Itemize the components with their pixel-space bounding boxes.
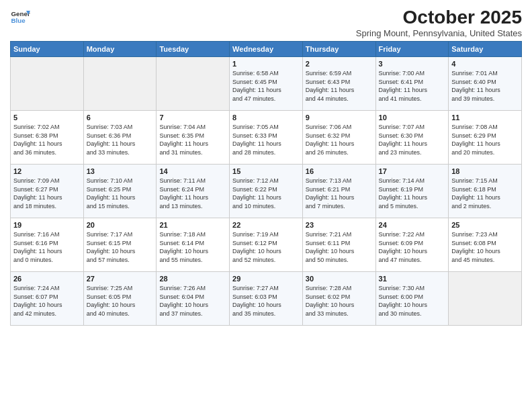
table-row	[83, 57, 157, 111]
day-number: 31	[379, 275, 446, 283]
table-row	[11, 57, 84, 111]
header-thursday: Thursday	[302, 42, 375, 57]
table-row: 20Sunrise: 7:17 AM Sunset: 6:15 PM Dayli…	[83, 218, 157, 272]
table-row: 17Sunrise: 7:14 AM Sunset: 6:19 PM Dayli…	[375, 165, 449, 218]
day-info: Sunrise: 7:25 AM Sunset: 6:05 PM Dayligh…	[87, 284, 154, 318]
table-row: 10Sunrise: 7:07 AM Sunset: 6:30 PM Dayli…	[375, 111, 449, 165]
day-info: Sunrise: 7:08 AM Sunset: 6:29 PM Dayligh…	[451, 123, 519, 156]
table-row: 23Sunrise: 7:21 AM Sunset: 6:11 PM Dayli…	[302, 218, 375, 272]
table-row: 6Sunrise: 7:03 AM Sunset: 6:36 PM Daylig…	[83, 111, 157, 165]
day-info: Sunrise: 7:03 AM Sunset: 6:36 PM Dayligh…	[87, 123, 154, 156]
table-row: 9Sunrise: 7:06 AM Sunset: 6:32 PM Daylig…	[302, 111, 375, 165]
day-info: Sunrise: 7:24 AM Sunset: 6:07 PM Dayligh…	[13, 284, 81, 318]
table-row	[449, 272, 522, 326]
day-info: Sunrise: 7:28 AM Sunset: 6:02 PM Dayligh…	[306, 284, 373, 318]
day-info: Sunrise: 7:17 AM Sunset: 6:15 PM Dayligh…	[87, 230, 154, 264]
table-row: 24Sunrise: 7:22 AM Sunset: 6:09 PM Dayli…	[375, 218, 449, 272]
day-info: Sunrise: 7:27 AM Sunset: 6:03 PM Dayligh…	[232, 284, 300, 318]
calendar-week-row: 19Sunrise: 7:16 AM Sunset: 6:16 PM Dayli…	[11, 218, 522, 272]
day-info: Sunrise: 7:04 AM Sunset: 6:35 PM Dayligh…	[159, 123, 226, 156]
day-info: Sunrise: 6:58 AM Sunset: 6:45 PM Dayligh…	[232, 69, 300, 103]
table-row: 31Sunrise: 7:30 AM Sunset: 6:00 PM Dayli…	[375, 272, 449, 326]
day-number: 29	[232, 275, 300, 283]
location-subtitle: Spring Mount, Pennsylvania, United State…	[356, 28, 522, 38]
calendar-header-row: Sunday Monday Tuesday Wednesday Thursday…	[11, 42, 522, 57]
day-number: 9	[306, 113, 373, 122]
table-row: 14Sunrise: 7:11 AM Sunset: 6:24 PM Dayli…	[157, 165, 230, 218]
day-info: Sunrise: 7:19 AM Sunset: 6:12 PM Dayligh…	[232, 230, 300, 264]
day-info: Sunrise: 7:21 AM Sunset: 6:11 PM Dayligh…	[306, 230, 373, 264]
day-info: Sunrise: 7:06 AM Sunset: 6:32 PM Dayligh…	[306, 123, 373, 156]
day-number: 11	[451, 113, 519, 122]
header: General Blue October 2025 Spring Mount, …	[10, 7, 522, 38]
day-info: Sunrise: 7:09 AM Sunset: 6:27 PM Dayligh…	[13, 177, 81, 210]
table-row: 2Sunrise: 6:59 AM Sunset: 6:43 PM Daylig…	[302, 57, 375, 111]
day-info: Sunrise: 7:13 AM Sunset: 6:21 PM Dayligh…	[306, 177, 373, 210]
day-info: Sunrise: 7:15 AM Sunset: 6:18 PM Dayligh…	[451, 177, 519, 210]
day-number: 19	[13, 221, 81, 229]
day-number: 8	[232, 113, 300, 122]
table-row: 4Sunrise: 7:01 AM Sunset: 6:40 PM Daylig…	[449, 57, 522, 111]
day-number: 30	[306, 275, 373, 283]
day-info: Sunrise: 7:18 AM Sunset: 6:14 PM Dayligh…	[159, 230, 226, 264]
table-row: 12Sunrise: 7:09 AM Sunset: 6:27 PM Dayli…	[11, 165, 84, 218]
day-info: Sunrise: 7:16 AM Sunset: 6:16 PM Dayligh…	[13, 230, 81, 264]
day-number: 13	[87, 167, 154, 175]
table-row: 29Sunrise: 7:27 AM Sunset: 6:03 PM Dayli…	[230, 272, 303, 326]
table-row: 27Sunrise: 7:25 AM Sunset: 6:05 PM Dayli…	[83, 272, 157, 326]
svg-text:Blue: Blue	[11, 17, 26, 24]
table-row: 3Sunrise: 7:00 AM Sunset: 6:41 PM Daylig…	[375, 57, 449, 111]
day-info: Sunrise: 7:05 AM Sunset: 6:33 PM Dayligh…	[232, 123, 300, 156]
day-info: Sunrise: 7:22 AM Sunset: 6:09 PM Dayligh…	[379, 230, 446, 264]
table-row: 13Sunrise: 7:10 AM Sunset: 6:25 PM Dayli…	[83, 165, 157, 218]
day-info: Sunrise: 7:30 AM Sunset: 6:00 PM Dayligh…	[379, 284, 446, 318]
day-info: Sunrise: 7:02 AM Sunset: 6:38 PM Dayligh…	[13, 123, 81, 156]
table-row: 11Sunrise: 7:08 AM Sunset: 6:29 PM Dayli…	[449, 111, 522, 165]
day-number: 24	[379, 221, 446, 229]
table-row	[157, 57, 230, 111]
table-row: 7Sunrise: 7:04 AM Sunset: 6:35 PM Daylig…	[157, 111, 230, 165]
table-row: 8Sunrise: 7:05 AM Sunset: 6:33 PM Daylig…	[230, 111, 303, 165]
table-row: 18Sunrise: 7:15 AM Sunset: 6:18 PM Dayli…	[449, 165, 522, 218]
table-row: 21Sunrise: 7:18 AM Sunset: 6:14 PM Dayli…	[157, 218, 230, 272]
table-row: 22Sunrise: 7:19 AM Sunset: 6:12 PM Dayli…	[230, 218, 303, 272]
day-number: 21	[159, 221, 226, 229]
calendar-body: 1Sunrise: 6:58 AM Sunset: 6:45 PM Daylig…	[11, 57, 522, 326]
table-row: 25Sunrise: 7:23 AM Sunset: 6:08 PM Dayli…	[449, 218, 522, 272]
day-number: 26	[13, 275, 81, 283]
day-number: 17	[379, 167, 446, 175]
header-monday: Monday	[83, 42, 157, 57]
month-title: October 2025	[356, 7, 522, 28]
header-sunday: Sunday	[11, 42, 84, 57]
table-row: 30Sunrise: 7:28 AM Sunset: 6:02 PM Dayli…	[302, 272, 375, 326]
day-info: Sunrise: 7:01 AM Sunset: 6:40 PM Dayligh…	[451, 69, 519, 103]
day-info: Sunrise: 7:10 AM Sunset: 6:25 PM Dayligh…	[87, 177, 154, 210]
table-row: 16Sunrise: 7:13 AM Sunset: 6:21 PM Dayli…	[302, 165, 375, 218]
calendar-week-row: 1Sunrise: 6:58 AM Sunset: 6:45 PM Daylig…	[11, 57, 522, 111]
day-number: 5	[13, 113, 81, 122]
day-number: 18	[451, 167, 519, 175]
title-section: October 2025 Spring Mount, Pennsylvania,…	[356, 7, 522, 38]
table-row: 1Sunrise: 6:58 AM Sunset: 6:45 PM Daylig…	[230, 57, 303, 111]
day-number: 7	[159, 113, 226, 122]
calendar-week-row: 26Sunrise: 7:24 AM Sunset: 6:07 PM Dayli…	[11, 272, 522, 326]
day-info: Sunrise: 6:59 AM Sunset: 6:43 PM Dayligh…	[306, 69, 373, 103]
day-info: Sunrise: 7:11 AM Sunset: 6:24 PM Dayligh…	[159, 177, 226, 210]
day-number: 4	[451, 60, 519, 68]
day-number: 2	[306, 60, 373, 68]
calendar-week-row: 5Sunrise: 7:02 AM Sunset: 6:38 PM Daylig…	[11, 111, 522, 165]
day-number: 28	[159, 275, 226, 283]
header-wednesday: Wednesday	[230, 42, 303, 57]
day-number: 25	[451, 221, 519, 229]
logo-icon: General Blue	[10, 7, 30, 27]
day-info: Sunrise: 7:12 AM Sunset: 6:22 PM Dayligh…	[232, 177, 300, 210]
day-number: 3	[379, 60, 446, 68]
table-row: 26Sunrise: 7:24 AM Sunset: 6:07 PM Dayli…	[11, 272, 84, 326]
day-number: 12	[13, 167, 81, 175]
day-number: 15	[232, 167, 300, 175]
day-number: 27	[87, 275, 154, 283]
day-number: 22	[232, 221, 300, 229]
day-number: 6	[87, 113, 154, 122]
header-tuesday: Tuesday	[157, 42, 230, 57]
day-number: 1	[232, 60, 300, 68]
